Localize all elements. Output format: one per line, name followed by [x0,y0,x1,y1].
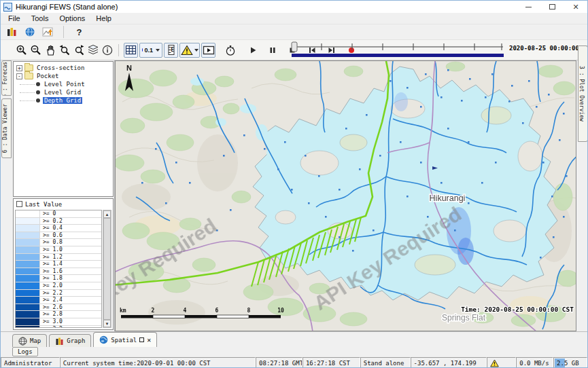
legend-label: >= 1.4 [40,261,101,268]
legend-swatch [16,304,40,311]
tree-node-pocket[interactable]: - Pocket [14,72,113,80]
logs-row: Logs [1,347,587,357]
tree-node-level-point[interactable]: Level Point [14,80,113,88]
svg-text:N: N [126,64,132,72]
elevation-ruler-icon[interactable]: E [164,43,178,58]
svg-text:4: 4 [184,308,187,314]
dot-icon [142,48,143,52]
legend-row[interactable]: >= 0 [16,210,101,218]
scroll-down-icon[interactable]: ▼ [103,320,111,327]
expander-icon[interactable]: + [16,65,22,71]
spatial-globe-icon [99,335,108,344]
tree-node-depth-grid[interactable]: Depth Grid [14,96,113,105]
legend-label: >= 2.6 [40,304,101,311]
scroll-thumb[interactable] [103,218,111,320]
sidebar-tab-data-viewer[interactable]: 6 : Data Viewer [1,98,12,158]
logs-button[interactable]: Logs [12,347,38,356]
zoom-next-icon[interactable] [71,43,86,58]
stopwatch-icon[interactable] [223,43,237,58]
sidebar-tab-forecast[interactable]: 5 : Forecast [1,60,12,96]
legend-row[interactable]: >= 0.4 [16,225,101,232]
legend-row[interactable]: >= 3.0 [16,318,101,326]
timeline-handle[interactable] [292,42,297,52]
legend-row[interactable]: >= 1.4 [16,261,101,268]
legend-row[interactable]: >= 1.6 [16,268,101,276]
status-local-time: 16:27:18 CST [302,357,360,368]
grid-icon[interactable] [124,43,138,58]
status-system-time: Current system time:2020-09-01 00:00 CST [60,357,256,368]
close-tab-icon[interactable]: ✕ [147,337,151,344]
legend-label: >= 0.6 [40,232,101,239]
map-time-label: Time: 2020-08-25 00:00:00 CST [461,306,574,313]
map-canvas[interactable]: API Key Required API Key Required Hikura… [116,61,576,331]
tree-node-level-grid[interactable]: Level Grid [14,88,113,96]
legend-row[interactable]: >= 2.2 [16,290,101,297]
last-value-checkbox[interactable] [16,201,22,207]
status-gmt-time: 08:27:18 GMT [256,357,302,368]
legend-label: >= 0.8 [40,239,101,246]
legend-swatch [16,268,40,275]
profile-chart-icon[interactable] [41,24,55,39]
warning-threshold-dropdown[interactable] [179,43,200,58]
timeline-slider[interactable] [290,41,506,58]
sidebar-tab-plot-overview[interactable]: 3 : Plot Overview [578,45,588,142]
status-bar: Administrator Current system time:2020-0… [1,357,587,368]
minimize-button[interactable] [517,1,540,13]
zoom-previous-icon[interactable] [57,43,71,58]
scroll-up-icon[interactable]: ▲ [103,210,111,218]
legend-label: >= 1.2 [40,254,101,261]
legend-label: >= 2.0 [40,282,101,289]
status-warning-cell[interactable] [487,357,516,368]
movie-icon[interactable] [201,43,215,58]
pause-icon[interactable] [265,43,279,58]
zoom-in-icon[interactable] [14,43,29,58]
toolbar-separator [63,26,64,38]
legend-row[interactable]: >= 2.6 [16,304,101,312]
legend-swatch [16,261,40,268]
tab-map[interactable]: Map [12,334,47,347]
restore-pane-icon[interactable] [139,337,144,342]
menu-tools[interactable]: Tools [26,14,54,23]
menu-options[interactable]: Options [54,14,90,23]
town-label: Hikurangi [430,194,466,203]
play-icon[interactable] [245,43,260,58]
dot-scale-value: 0.1 [144,47,153,54]
timeline-progress-bar [292,54,504,57]
legend-row[interactable]: >= 0.6 [16,232,101,240]
bullet-icon [36,82,40,86]
legend-row[interactable]: >= 1.0 [16,246,101,254]
maximize-button[interactable] [540,1,564,13]
legend-row[interactable]: >= 2.0 [16,282,101,290]
legend-row[interactable]: >= 0.2 [16,218,101,225]
tree-connector [20,100,35,101]
chevron-down-icon [194,49,198,52]
zoom-out-icon[interactable] [29,43,43,58]
info-icon[interactable] [100,43,114,58]
help-icon[interactable]: ? [72,24,86,39]
legend-row[interactable]: >= 3.2 [16,326,101,329]
legend-row[interactable]: >= 1.8 [16,275,101,282]
legend-row[interactable]: >= 2.8 [16,311,101,318]
tab-spatial[interactable]: Spatial ✕ [93,332,157,347]
legend-row[interactable]: >= 0.8 [16,239,101,246]
map-viewport[interactable]: API Key Required API Key Required Hikura… [115,60,576,331]
tab-graph[interactable]: Graph [49,334,91,347]
menu-file[interactable]: File [3,14,26,23]
pan-hand-icon[interactable] [43,43,57,58]
globe-icon[interactable] [22,24,37,39]
svg-text:8: 8 [247,308,251,314]
dot-scale-dropdown[interactable]: 0.1 [139,43,162,58]
explorer-bars-icon[interactable] [4,24,18,39]
menu-help[interactable]: Help [90,14,117,23]
expander-icon[interactable]: - [16,73,22,79]
legend-scrollbar[interactable]: ▲ ▼ [103,210,111,328]
legend-label: >= 0.4 [40,225,101,232]
globe-wire-icon [18,337,27,346]
status-transfer-rate: 0.0 MB/s [516,357,553,368]
title-bar: Hikurangi FEWS (Stand alone) ✕ [1,1,587,13]
legend-swatch [16,275,40,282]
legend-row[interactable]: >= 1.2 [16,254,101,261]
layers-icon[interactable] [86,43,100,58]
legend-row[interactable]: >= 2.4 [16,297,101,304]
close-button[interactable]: ✕ [564,1,587,13]
